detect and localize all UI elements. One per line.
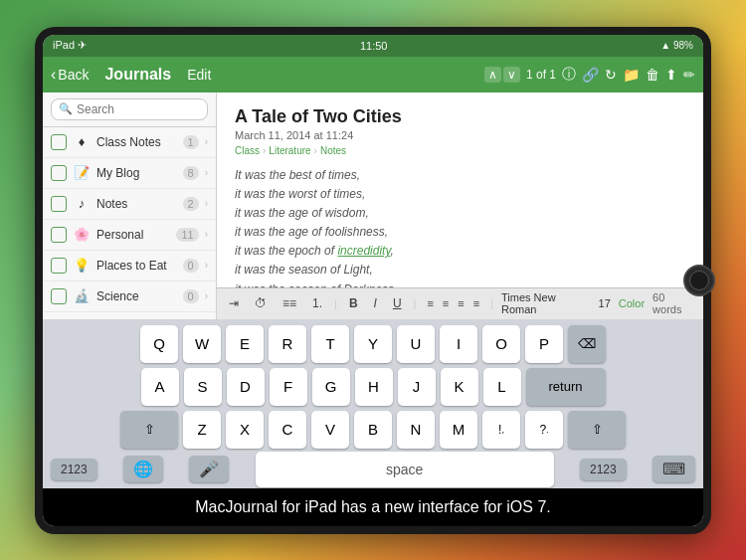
numbered-list-button[interactable]: 1. [308,295,326,311]
key-shift[interactable]: ⇧ [120,411,178,449]
trash-icon[interactable]: 🗑 [646,67,659,83]
key-d[interactable]: D [227,368,265,406]
font-size[interactable]: 17 [599,297,611,309]
item-name: Science [96,289,177,303]
sidebar-item-personal[interactable]: 🌸 Personal 11 › [43,220,216,251]
breadcrumb-sep1: › [263,145,266,156]
body-line-6: it was the season of Light, [235,261,685,280]
nav-icons: ⓘ 🔗 ↻ 📁 🗑 ⬆ ✏ [562,66,695,84]
edit-icon[interactable]: ✏ [683,67,695,83]
kb-bottom-row: 2123 🌐 🎤 space 2123 ⌨ [43,453,703,488]
key-s[interactable]: S [184,368,222,406]
key-p[interactable]: P [525,325,563,363]
incredidity-link[interactable]: incredidity [337,244,390,258]
key-mic[interactable]: 🎤 [189,456,229,482]
page-info: 1 of 1 [526,68,556,82]
key-g[interactable]: G [312,368,350,406]
key-q[interactable]: Q [140,325,178,363]
edit-button[interactable]: Edit [187,67,211,83]
breadcrumb-literature[interactable]: Literature [269,145,310,156]
font-name[interactable]: Times New Roman [501,291,591,315]
key-b[interactable]: B [354,411,392,449]
sidebar-item-class-notes[interactable]: ♦ Class Notes 1 › [43,127,216,158]
search-input[interactable] [77,102,200,116]
doc-body[interactable]: It was the best of times, it was the wor… [235,166,685,287]
key-z[interactable]: Z [183,411,221,449]
nav-arrows: ∧ ∨ [484,67,520,83]
list-button[interactable]: ≡≡ [279,295,300,311]
breadcrumb-notes[interactable]: Notes [320,145,346,156]
key-keyboard[interactable]: ⌨ [653,456,695,482]
sidebar-item-science[interactable]: 🔬 Science 0 › [43,281,216,312]
italic-button[interactable]: I [370,295,381,311]
tab-button[interactable]: ⇥ [225,295,243,311]
key-v[interactable]: V [311,411,349,449]
key-w[interactable]: W [183,325,221,363]
next-arrow-button[interactable]: ∨ [503,67,520,83]
key-u[interactable]: U [397,325,435,363]
key-return[interactable]: return [526,368,606,406]
key-e[interactable]: E [226,325,264,363]
key-exclaim[interactable]: !, [482,411,520,449]
separator3: | [490,297,493,309]
key-numbers-left[interactable]: 2123 [51,459,97,480]
home-button[interactable] [683,265,715,296]
clock-button[interactable]: ⏱ [251,295,271,311]
status-time: 11:50 [360,40,388,52]
link-icon[interactable]: 🔗 [582,67,599,83]
main-content: 🔍 ♦ Class Notes 1 › 📝 M [43,93,703,319]
align-center-button[interactable]: ≡ [440,296,452,310]
share-icon[interactable]: ⬆ [665,67,677,83]
key-k[interactable]: K [441,368,478,406]
arrow-icon: › [205,290,208,301]
body-line-3: it was the age of wisdom, [235,204,685,223]
align-right-button[interactable]: ≡ [455,296,466,310]
key-m[interactable]: M [440,411,477,449]
status-bar: iPad ✈ 11:50 ▲ 98% [43,35,703,57]
sidebar-item-my-blog[interactable]: 📝 My Blog 8 › [43,158,216,189]
arrow-icon: › [205,167,208,178]
search-input-wrap[interactable]: 🔍 [51,98,208,120]
back-button[interactable]: ‹ Back [51,66,89,84]
folder-icon[interactable]: 📁 [623,67,640,83]
doc-area: A Tale of Two Cities March 11, 2014 at 1… [217,93,703,319]
key-t[interactable]: T [311,325,349,363]
refresh-icon[interactable]: ↻ [605,67,617,83]
key-c[interactable]: C [269,411,306,449]
battery-status: ▲ 98% [660,40,693,51]
key-l[interactable]: L [483,368,521,406]
doc-content[interactable]: A Tale of Two Cities March 11, 2014 at 1… [217,93,703,287]
key-h[interactable]: H [355,368,393,406]
align-justify-button[interactable]: ≡ [470,296,482,310]
key-r[interactable]: R [269,325,306,363]
key-space[interactable]: space [256,452,554,487]
search-icon: 🔍 [59,102,73,115]
item-count: 1 [183,135,199,149]
key-i[interactable]: I [440,325,477,363]
breadcrumb-sep2: › [314,145,317,156]
key-globe[interactable]: 🌐 [123,456,163,482]
key-y[interactable]: Y [354,325,392,363]
prev-arrow-button[interactable]: ∧ [484,67,501,83]
key-x[interactable]: X [226,411,264,449]
color-picker[interactable]: Color [619,297,645,309]
key-j[interactable]: J [398,368,436,406]
screen: iPad ✈ 11:50 ▲ 98% ‹ Back Journals Edit … [43,35,703,526]
key-n[interactable]: N [397,411,435,449]
underline-button[interactable]: U [389,295,406,311]
search-bar: 🔍 [43,93,216,127]
key-a[interactable]: A [141,368,179,406]
key-question[interactable]: ?. [525,411,563,449]
align-left-button[interactable]: ≡ [424,296,436,310]
key-numbers-right[interactable]: 2123 [580,459,627,480]
breadcrumb-class[interactable]: Class [235,145,260,156]
item-icon: 🔬 [73,288,91,303]
sidebar-item-places-to-eat[interactable]: 💡 Places to Eat 0 › [43,251,216,281]
key-o[interactable]: O [482,325,520,363]
key-f[interactable]: F [270,368,307,406]
sidebar-item-notes[interactable]: ♪ Notes 2 › [43,189,216,220]
bold-button[interactable]: B [345,295,362,311]
info-icon[interactable]: ⓘ [562,66,576,84]
key-delete[interactable]: ⌫ [568,325,606,363]
key-shift-right[interactable]: ⇧ [568,411,626,449]
